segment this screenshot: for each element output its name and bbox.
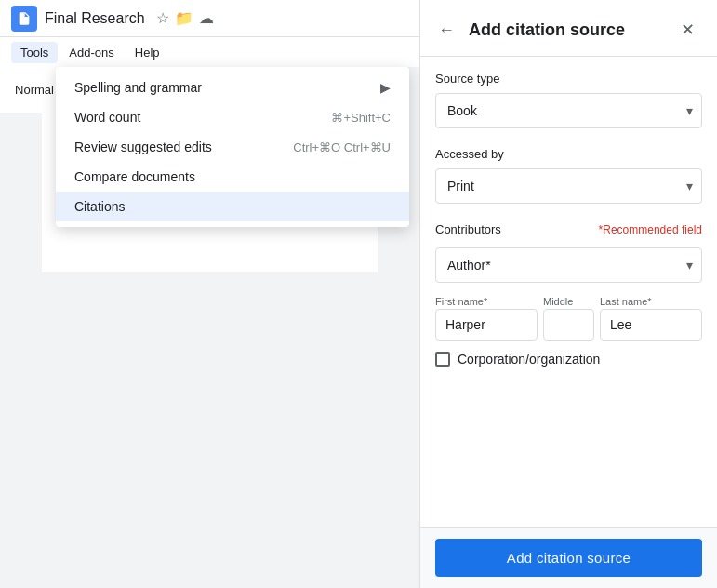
back-icon: ← (438, 20, 455, 40)
panel-header: ← Add citation source ✕ (420, 0, 717, 57)
panel-back-button[interactable]: ← (432, 15, 461, 45)
panel-body: Source type Book Book Section Website Jo… (420, 57, 717, 527)
contributors-label: Contributors (435, 222, 501, 236)
corporation-row: Corporation/organization (435, 352, 702, 367)
panel-footer: Add citation source (420, 527, 717, 588)
dropdown-menu: Spelling and grammar ▶ Word count ⌘+Shif… (56, 67, 409, 227)
star-icon[interactable]: ☆ (156, 9, 169, 27)
right-panel: ← Add citation source ✕ Source type Book… (419, 0, 717, 588)
cloud-icon[interactable]: ☁ (199, 9, 214, 27)
source-type-wrapper: Book Book Section Website Journal Articl… (435, 93, 702, 128)
dropdown-item-wordcount[interactable]: Word count ⌘+Shift+C (56, 102, 409, 132)
contributor-type-select[interactable]: Author* Editor Translator (435, 247, 702, 283)
accessed-by-select[interactable]: Print Website Database (435, 168, 702, 204)
first-name-group: First name* (435, 296, 538, 341)
first-name-input[interactable] (435, 309, 538, 341)
corporation-checkbox[interactable] (435, 352, 450, 367)
contributors-header: Contributors *Recommended field (435, 222, 702, 236)
panel-title: Add citation source (469, 20, 665, 40)
last-name-group: Last name* (600, 296, 702, 341)
contributor-type-wrapper: Author* Editor Translator ▾ (435, 247, 702, 283)
menu-item-help[interactable]: Help (126, 42, 169, 63)
source-type-select[interactable]: Book Book Section Website Journal Articl… (435, 93, 702, 128)
menu-item-addons[interactable]: Add-ons (60, 42, 123, 63)
first-name-label: First name* (435, 296, 538, 307)
app-icon (11, 6, 37, 32)
panel-close-button[interactable]: ✕ (672, 15, 702, 45)
svg-rect-1 (21, 20, 26, 21)
review-shortcut: Ctrl+⌘O Ctrl+⌘U (293, 140, 391, 154)
corporation-label: Corporation/organization (458, 352, 600, 367)
dropdown-item-review[interactable]: Review suggested edits Ctrl+⌘O Ctrl+⌘U (56, 132, 409, 162)
dropdown-item-citations[interactable]: Citations (56, 192, 409, 221)
review-label: Review suggested edits (74, 140, 212, 154)
dropdown-item-compare[interactable]: Compare documents (56, 162, 409, 192)
name-fields-row: First name* Middle Last name* (435, 296, 702, 341)
add-citation-source-button[interactable]: Add citation source (435, 539, 702, 577)
spelling-label: Spelling and grammar (74, 80, 202, 95)
middle-name-group: Middle (543, 296, 594, 341)
compare-label: Compare documents (74, 169, 195, 184)
doc-title: Final Research (45, 10, 145, 27)
last-name-label: Last name* (600, 296, 702, 307)
accessed-by-wrapper: Print Website Database ▾ (435, 168, 702, 204)
middle-name-input[interactable] (543, 309, 594, 341)
wordcount-label: Word count (74, 110, 140, 125)
folder-icon[interactable]: 📁 (175, 9, 193, 27)
close-icon: ✕ (681, 20, 695, 40)
middle-name-label: Middle (543, 296, 594, 307)
dropdown-item-spelling[interactable]: Spelling and grammar ▶ (56, 73, 409, 102)
recommended-field-label: *Recommended field (599, 223, 702, 236)
wordcount-shortcut: ⌘+Shift+C (331, 111, 391, 125)
source-type-label: Source type (435, 72, 702, 86)
citations-label: Citations (74, 199, 125, 214)
spelling-arrow-icon: ▶ (380, 80, 391, 95)
menu-item-tools[interactable]: Tools (11, 42, 58, 63)
last-name-input[interactable] (600, 309, 702, 341)
top-icons: ☆ 📁 ☁ (156, 9, 214, 27)
accessed-by-label: Accessed by (435, 147, 702, 161)
svg-rect-0 (21, 19, 28, 20)
